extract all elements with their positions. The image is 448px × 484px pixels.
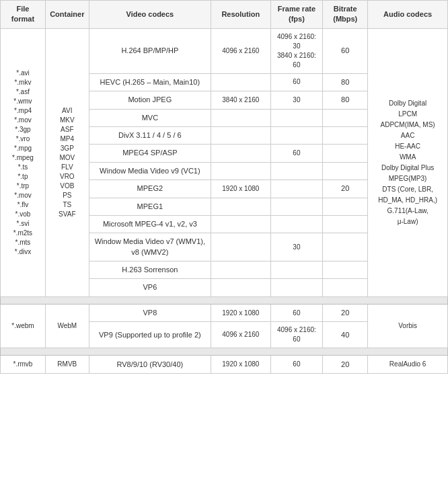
bitrate-cell bbox=[323, 261, 368, 279]
header-framerate: Frame rate (fps) bbox=[270, 1, 323, 29]
resolution-cell: 1920 x 1080 bbox=[211, 304, 271, 321]
resolution-cell bbox=[211, 145, 271, 162]
resolution-cell bbox=[211, 109, 271, 126]
resolution-cell bbox=[211, 162, 271, 179]
video-codec-cell: DivX 3.11 / 4 / 5 / 6 bbox=[89, 126, 211, 144]
bitrate-cell: 20 bbox=[323, 356, 368, 374]
bitrate-cell: 20 bbox=[323, 180, 368, 198]
header-bitrate: Bitrate (Mbps) bbox=[323, 1, 368, 29]
resolution-cell: 4096 x 2160 bbox=[211, 28, 271, 73]
resolution-cell bbox=[211, 215, 271, 233]
bitrate-cell bbox=[323, 279, 368, 296]
framerate-cell: 60 bbox=[270, 145, 323, 162]
video-codec-cell: HEVC (H.265 – Main, Main10) bbox=[89, 73, 211, 91]
audio-codec-cell: Dolby Digital LPCM ADPCM(IMA, MS) AAC HE… bbox=[368, 28, 448, 296]
video-codec-cell: RV8/9/10 (RV30/40) bbox=[89, 356, 211, 374]
bitrate-cell bbox=[323, 145, 368, 162]
bitrate-cell bbox=[323, 198, 368, 215]
file-format-cell: *.rmvb bbox=[1, 356, 46, 374]
video-codec-cell: H.264 BP/MP/HP bbox=[89, 28, 211, 73]
video-codec-cell: MPEG2 bbox=[89, 180, 211, 198]
video-codec-cell: Microsoft MPEG-4 v1, v2, v3 bbox=[89, 215, 211, 233]
bitrate-cell: 80 bbox=[323, 73, 368, 91]
framerate-cell: 60 bbox=[270, 304, 323, 321]
header-container: Container bbox=[45, 1, 89, 29]
header-audio: Audio codecs bbox=[368, 1, 448, 29]
resolution-cell: 1920 x 1080 bbox=[211, 180, 271, 198]
bitrate-cell bbox=[323, 215, 368, 233]
container-cell: AVI MKV ASF MP4 3GP MOV FLV VRO VOB PS T… bbox=[45, 28, 89, 296]
file-format-cell: *.webm bbox=[1, 304, 46, 348]
codec-table: File format Container Video codecs Resol… bbox=[0, 0, 448, 374]
framerate-cell: 4096 x 2160: 60 bbox=[270, 322, 323, 348]
framerate-cell: 60 bbox=[270, 356, 323, 374]
bitrate-cell: 40 bbox=[323, 322, 368, 348]
framerate-cell bbox=[270, 126, 323, 144]
audio-codec-cell: RealAudio 6 bbox=[368, 356, 448, 374]
resolution-cell bbox=[211, 126, 271, 144]
framerate-cell bbox=[270, 109, 323, 126]
framerate-cell: 60 bbox=[270, 73, 323, 91]
spacer-row bbox=[1, 296, 448, 304]
video-codec-cell: VP9 (Supported up to profile 2) bbox=[89, 322, 211, 348]
framerate-cell bbox=[270, 261, 323, 279]
table-row: *.avi *.mkv *.asf *.wmv *.mp4 *.mov *.3g… bbox=[1, 28, 448, 73]
video-codec-cell: VP8 bbox=[89, 304, 211, 321]
bitrate-cell bbox=[323, 233, 368, 261]
table-row: *.webmWebMVP81920 x 10806020Vorbis bbox=[1, 304, 448, 321]
framerate-cell: 4096 x 2160: 30 3840 x 2160: 60 bbox=[270, 28, 323, 73]
video-codec-cell: MPEG4 SP/ASP bbox=[89, 145, 211, 162]
resolution-cell bbox=[211, 233, 271, 261]
framerate-cell: 30 bbox=[270, 91, 323, 109]
resolution-cell: 3840 x 2160 bbox=[211, 91, 271, 109]
resolution-cell bbox=[211, 73, 271, 91]
framerate-cell bbox=[270, 279, 323, 296]
container-cell: WebM bbox=[45, 304, 89, 348]
framerate-cell bbox=[270, 198, 323, 215]
resolution-cell bbox=[211, 279, 271, 296]
header-video: Video codecs bbox=[89, 1, 211, 29]
bitrate-cell bbox=[323, 162, 368, 179]
video-codec-cell: Window Media Video v9 (VC1) bbox=[89, 162, 211, 179]
container-cell: RMVB bbox=[45, 356, 89, 374]
table-row: *.rmvbRMVBRV8/9/10 (RV30/40)1920 x 10806… bbox=[1, 356, 448, 374]
video-codec-cell: MPEG1 bbox=[89, 198, 211, 215]
bitrate-cell bbox=[323, 126, 368, 144]
framerate-cell bbox=[270, 180, 323, 198]
header-format: File format bbox=[1, 1, 46, 29]
header-resolution: Resolution bbox=[211, 1, 271, 29]
resolution-cell: 4096 x 2160 bbox=[211, 322, 271, 348]
resolution-cell: 1920 x 1080 bbox=[211, 356, 271, 374]
resolution-cell bbox=[211, 261, 271, 279]
audio-codec-cell: Vorbis bbox=[368, 304, 448, 348]
video-codec-cell: Window Media Video v7 (WMV1), v8 (WMV2) bbox=[89, 233, 211, 261]
file-format-cell: *.avi *.mkv *.asf *.wmv *.mp4 *.mov *.3g… bbox=[1, 28, 46, 296]
bitrate-cell: 80 bbox=[323, 91, 368, 109]
bitrate-cell: 20 bbox=[323, 304, 368, 321]
framerate-cell bbox=[270, 162, 323, 179]
video-codec-cell: MVC bbox=[89, 109, 211, 126]
framerate-cell bbox=[270, 215, 323, 233]
video-codec-cell: VP6 bbox=[89, 279, 211, 296]
video-codec-cell: H.263 Sorrenson bbox=[89, 261, 211, 279]
resolution-cell bbox=[211, 198, 271, 215]
bitrate-cell: 60 bbox=[323, 28, 368, 73]
spacer-row bbox=[1, 348, 448, 356]
video-codec-cell: Motion JPEG bbox=[89, 91, 211, 109]
framerate-cell: 30 bbox=[270, 233, 323, 261]
bitrate-cell bbox=[323, 109, 368, 126]
